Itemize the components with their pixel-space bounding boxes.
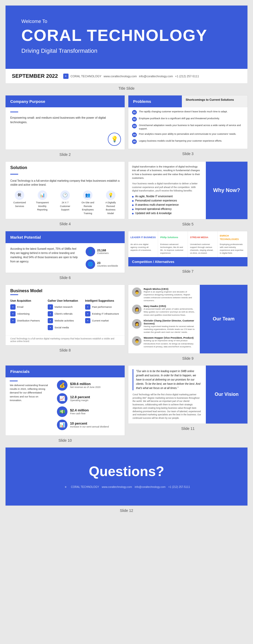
comp-name: STREAM MEDIA	[190, 236, 208, 239]
slide-8-label: Slide 8	[5, 347, 125, 354]
slide5-inner: Digital transformation is the integratio…	[128, 162, 247, 219]
slide-5: Digital transformation is the integratio…	[128, 161, 248, 219]
our-team-label: Our Team	[213, 316, 235, 322]
col-item: ▪ Past performance	[85, 304, 120, 310]
slide2-header: Company Purpose	[6, 95, 125, 107]
fin-icon: 📈	[57, 393, 67, 404]
team-avatar: 👨	[132, 336, 142, 346]
page-wrapper: Welcome To CORAL TECHNOLOGY Driving Digi…	[0, 0, 253, 520]
problem-item: 03 Omnichannel adaptation needs your bus…	[132, 124, 244, 130]
slide-4-wrapper: Solution Coral Technology is a full-serv…	[5, 161, 125, 228]
col-item: ▪ Email	[10, 304, 45, 310]
our-vision-label: Our Vision	[215, 392, 239, 397]
slide-10-label: Slide 10	[5, 437, 125, 444]
title-info-bar: SEPTEMBER 2022 C CORAL TECHNOLOGY www.co…	[6, 69, 247, 83]
col-icon: ▪	[85, 318, 90, 323]
fin-label: Free cash flow	[70, 412, 89, 415]
slide5-bullet-item: A seamless multi-channel experience	[132, 203, 202, 206]
team-desc: Rajesh is an aspiring engineer and decad…	[144, 290, 196, 302]
slide-date: SEPTEMBER 2022	[12, 73, 58, 79]
team-desc: A seasoned leader with years of sales ac…	[144, 307, 196, 316]
slide8-column: Intelligent Suggestions ▪ Past performan…	[85, 299, 120, 332]
col-item: ▪ Advertising	[10, 311, 45, 316]
comp-logo: LEADER IT BUSINESS	[130, 234, 156, 241]
col-item-label: Social media	[55, 326, 69, 329]
slide8-footer: Coral Technology is a full-service digit…	[6, 335, 125, 345]
problem-text: Poor analytics means poor ability to per…	[139, 132, 236, 136]
slide-6-wrapper: Market Potential According to the latest…	[5, 231, 125, 281]
col-item-label: Client's referrals	[55, 312, 72, 315]
col-icon: ▪	[10, 318, 16, 323]
fin-info: $39.6 million Net revenue as of June 202…	[70, 382, 101, 388]
stat-info: 23 countries worldwide	[97, 261, 118, 267]
col-header: User Acquisition	[10, 299, 45, 302]
problem-num: 03	[132, 124, 137, 128]
col-icon: ▪	[10, 304, 16, 310]
slide-6-label: Slide 6	[5, 274, 125, 281]
stat-icon: 👤	[86, 247, 95, 256]
company-contact-info: C CORAL TECHNOLOGY www.coraltechnology.c…	[63, 74, 199, 79]
slide-1: Welcome To CORAL TECHNOLOGY Driving Digi…	[5, 5, 248, 84]
slide-4-label: Slide 4	[5, 220, 125, 228]
competitor-item: ENRICH TECHNOLOGIES Employing profession…	[218, 231, 247, 257]
slide-row-10-11: Financials We delivered outstanding fina…	[5, 365, 248, 444]
slide4-icon-label: On-Site and Remote Employees Training	[80, 201, 96, 215]
slide8-column: Gather User Information ▪ Market researc…	[48, 299, 82, 332]
slide6-right: 👤 23,168 Customers 🌐 23 countries worldw…	[83, 243, 125, 273]
slide4-description: Coral Technology is a full-service digit…	[10, 179, 120, 187]
fin-value: $39.6 million	[70, 382, 101, 386]
team-name: Rajesh Mishra (CEO)	[144, 287, 196, 290]
team-info: Khristin Chang (Senior Director, Custome…	[144, 319, 196, 334]
comp-desc: Unmatched customer support through vario…	[190, 243, 215, 255]
slide-12-wrapper: Questions? C CORAL TECHNOLOGY www.coralt…	[5, 447, 248, 514]
slide2-icon: 💡	[108, 133, 121, 146]
slide12-phone: +1 (212) 257-5111	[168, 486, 190, 488]
slide10-right: 💰 $39.6 million Net revenue as of June 2…	[53, 377, 125, 435]
slide-6: Market Potential According to the latest…	[5, 231, 125, 273]
problem-item: 04 Poor analytics means poor ability to …	[132, 132, 244, 137]
slide4-icon-item: 👥 On-Site and Remote Employees Training	[80, 190, 96, 215]
questions-text: Questions?	[89, 463, 164, 479]
slide4-icon-label: 24 X 7 Customer Support	[57, 201, 73, 212]
slide-7-label: Slide 7	[128, 268, 248, 275]
slide6-header: Market Potential	[6, 231, 125, 243]
company-label: CORAL TECHNOLOGY	[71, 75, 101, 78]
col-item-label: Existing IT infrastructure	[92, 312, 119, 315]
slide4-icon-circle: 📊	[38, 190, 47, 200]
slide8-column: User Acquisition ▪ Email ▪ Advertising ▪…	[10, 299, 45, 332]
stat-info: 23,168 Customers	[97, 249, 109, 254]
slide-9: 👨 Rajesh Mishra (CEO) Rajesh is an aspir…	[128, 285, 248, 354]
slide-2-wrapper: Company Purpose Empowering small- and me…	[5, 95, 125, 158]
slide11-quote: "Our aim is to be the leading expert in …	[133, 369, 202, 390]
comp-desc: An all-in-one digital agency covering al…	[130, 243, 156, 252]
company-purpose-icon: 💡	[108, 133, 121, 146]
slide-row-4-5: Solution Coral Technology is a full-serv…	[5, 161, 248, 228]
team-member: 👨 Rajesh Mishra (CEO) Rajesh is an aspir…	[132, 287, 196, 302]
slide10-header: Financials	[6, 366, 125, 377]
col-item-label: Past performance	[92, 305, 112, 308]
stat-value: 23,168	[97, 249, 109, 252]
slide4-body: Coral Technology is a full-service digit…	[6, 177, 125, 219]
slide8-header: Business Model	[6, 285, 125, 294]
col-item-label: Current market	[92, 319, 109, 322]
slide12-logo: C	[63, 484, 68, 490]
slide-3-wrapper: Problems Shortcomings to Current Solutio…	[128, 95, 248, 158]
slide6-stat-item: 🌐 23 countries worldwide	[86, 259, 122, 269]
col-item: ▪ Distribution Partners	[10, 318, 45, 323]
slide-11: "Our aim is to be the leading expert in …	[128, 365, 248, 424]
slide5-subtext: Your business needs a digital transforma…	[132, 182, 202, 193]
slide3-body: 01 The rapidly changing customer experie…	[128, 107, 247, 149]
welcome-text: Welcome To	[21, 19, 232, 24]
comp-logo: Philip Solutions	[160, 234, 186, 241]
tagline: Driving Digital Transformation	[21, 47, 232, 54]
slide6-left: According to the latest Sunwell report, …	[6, 243, 83, 273]
fin-info: 12.8 percent Operating margin	[70, 395, 90, 402]
slide5-why-now: Why Now?	[206, 162, 247, 219]
slide6-desc: According to the latest Sunwell report, …	[10, 247, 78, 264]
col-icon: ▪	[48, 318, 53, 323]
team-name: Waseem Hopper (Vice President, Product)	[144, 336, 196, 339]
fin-label: Operating margin	[70, 399, 90, 402]
slide9-inner: 👨 Rajesh Mishra (CEO) Rajesh is an aspir…	[128, 285, 247, 353]
fin-label: Increase in our semi-annual dividend	[70, 425, 109, 428]
stat-value: 23	[97, 261, 118, 265]
